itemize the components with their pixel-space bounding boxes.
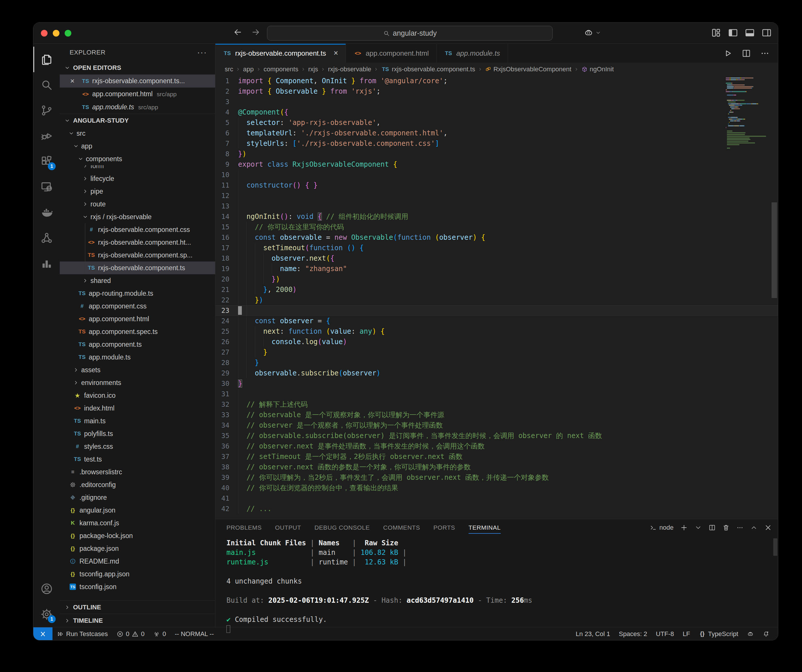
panel-tab-ports[interactable]: PORTS	[433, 519, 455, 536]
play-outline-icon[interactable]	[723, 48, 733, 58]
code-editor[interactable]: 1import { Component, OnInit } from '@ang…	[215, 76, 778, 519]
tree-file-angular.json[interactable]: {}angular.json	[60, 504, 215, 517]
status-item[interactable]: -- NORMAL --	[170, 627, 218, 640]
tree-file-rxjs-observable.component.ht...[interactable]: <>rxjs-observable.component.ht...	[60, 236, 215, 249]
trash-icon[interactable]	[722, 524, 730, 531]
tree-file-favicon.ico[interactable]: ★favicon.ico	[60, 389, 215, 402]
tree-file-README.md[interactable]: README.md	[60, 555, 215, 568]
remote-indicator[interactable]	[33, 627, 52, 640]
terminal-output[interactable]: Initial Chunk Files | Names | Raw Sizema…	[215, 536, 778, 634]
tab-app.module.ts[interactable]: TSapp.module.ts	[437, 44, 508, 63]
breadcrumb-item[interactable]: TSrxjs-observable.component.ts	[381, 66, 475, 73]
arrow-right-icon[interactable]	[251, 27, 261, 37]
tree-folder-lifecycle[interactable]: lifecycle	[60, 172, 215, 185]
status-item[interactable]: 0	[149, 627, 170, 640]
zoom-window-button[interactable]	[65, 30, 71, 37]
section-outline[interactable]: OUTLINE	[60, 600, 215, 614]
activity-chart[interactable]	[33, 251, 60, 276]
minimize-window-button[interactable]	[53, 30, 60, 37]
tab-close-icon[interactable]: ×	[333, 49, 338, 58]
activity-explorer[interactable]	[33, 47, 60, 72]
tree-file-.gitignore[interactable]: .gitignore	[60, 491, 215, 504]
terminal-session[interactable]: node	[650, 524, 674, 531]
tab-rxjs-observable.component.ts[interactable]: TSrxjs-observable.component.ts×	[215, 44, 346, 63]
tree-folder-form[interactable]: form	[60, 165, 215, 172]
breadcrumb-item[interactable]: app	[243, 66, 254, 73]
tree-file-package-lock.json[interactable]: {}package-lock.json	[60, 529, 215, 542]
tree-file-styles.css[interactable]: #styles.css	[60, 440, 215, 453]
tree-file-rxjs-observable.component.sp...[interactable]: TSrxjs-observable.component.sp...	[60, 249, 215, 262]
activity-account[interactable]	[33, 576, 60, 601]
tree-file-.editorconfig[interactable]: .editorconfig	[60, 478, 215, 491]
breadcrumb-item[interactable]: src	[225, 66, 233, 73]
tree-file-polyfills.ts[interactable]: TSpolyfills.ts	[60, 427, 215, 440]
activity-search[interactable]	[33, 72, 60, 98]
section-timeline[interactable]: TIMELINE	[60, 614, 215, 627]
tree-folder-shared[interactable]: shared	[60, 274, 215, 287]
more-icon[interactable]	[736, 524, 744, 531]
breadcrumb-item[interactable]: components	[264, 66, 298, 73]
breadcrumb-item[interactable]: rxjs-observable	[328, 66, 371, 73]
tree-file-main.ts[interactable]: TSmain.ts	[60, 415, 215, 427]
tree-file-app.component.html[interactable]: <>app.component.html	[60, 312, 215, 325]
close-icon[interactable]	[764, 523, 772, 532]
panel-tab-comments[interactable]: COMMENTS	[383, 519, 420, 536]
tree-file-tsconfig.app.json[interactable]: {}tsconfig.app.json	[60, 568, 215, 580]
tree-file-app.module.ts[interactable]: TSapp.module.ts	[60, 351, 215, 363]
activity-extensions[interactable]: 1	[33, 149, 60, 174]
activity-remote-explorer[interactable]	[33, 174, 60, 200]
tree-folder-src[interactable]: src	[60, 127, 215, 140]
panel-tab-problems[interactable]: PROBLEMS	[226, 519, 262, 536]
more-icon[interactable]	[760, 48, 770, 58]
split-editor-icon[interactable]	[708, 524, 716, 531]
layout-grid-icon[interactable]	[711, 27, 722, 38]
activity-live-share[interactable]	[33, 225, 60, 251]
section-project[interactable]: ANGULAR-STUDY	[60, 114, 215, 127]
editor-scrollbar[interactable]	[771, 202, 777, 298]
open-editor-item[interactable]: TSapp.module.tssrc/app	[60, 100, 215, 114]
status-item[interactable]: 00	[112, 627, 149, 640]
breadcrumb-item[interactable]: ngOnInit	[581, 66, 614, 73]
tree-file-rxjs-observable.component.css[interactable]: #rxjs-observable.component.css	[60, 223, 215, 236]
chevron-down-icon[interactable]	[694, 524, 702, 531]
tree-folder-environments[interactable]: environments	[60, 376, 215, 389]
tree-file-app.component.spec.ts[interactable]: TSapp.component.spec.ts	[60, 325, 215, 338]
tree-file-app-routing.module.ts[interactable]: TSapp-routing.module.ts	[60, 287, 215, 300]
split-editor-icon[interactable]	[741, 48, 751, 58]
panel-tab-output[interactable]: OUTPUT	[275, 519, 301, 536]
command-center-search[interactable]: angular-study	[267, 26, 553, 40]
tree-file-index.html[interactable]: <>index.html	[60, 402, 215, 415]
tree-folder-app[interactable]: app	[60, 140, 215, 152]
arrow-left-icon[interactable]	[233, 27, 243, 37]
section-open-editors[interactable]: OPEN EDITORS	[60, 61, 215, 74]
tree-file-rxjs-observable.component.ts[interactable]: TSrxjs-observable.component.ts	[60, 262, 215, 274]
copilot-menu[interactable]	[584, 28, 601, 38]
chevron-up-icon[interactable]	[750, 524, 758, 531]
terminal-scrollbar[interactable]	[773, 538, 777, 556]
layout-sidebar-left-icon[interactable]	[728, 27, 739, 38]
minimap[interactable]	[726, 76, 769, 519]
tree-file-app.component.ts[interactable]: TSapp.component.ts	[60, 338, 215, 351]
tree-file-package.json[interactable]: {}package.json	[60, 542, 215, 555]
tab-app.component.html[interactable]: <>app.component.html	[346, 44, 437, 63]
activity-run-debug[interactable]	[33, 123, 60, 149]
activity-settings[interactable]: 1	[33, 601, 60, 627]
breadcrumb-item[interactable]: RxjsObservableComponent	[485, 66, 571, 73]
open-editor-item[interactable]: ×TSrxjs-observable.component.ts...	[60, 74, 215, 87]
plus-icon[interactable]	[680, 523, 688, 532]
close-editor-icon[interactable]: ×	[70, 76, 78, 86]
tree-file-app.component.css[interactable]: #app.component.css	[60, 300, 215, 312]
breadcrumb-item[interactable]: rxjs	[308, 66, 318, 73]
status-item[interactable]: Run Testcases	[52, 627, 112, 640]
activity-source-control[interactable]	[33, 98, 60, 123]
breadcrumb[interactable]: srcappcomponentsrxjsrxjs-observableTSrxj…	[215, 63, 778, 76]
panel-tab-debug-console[interactable]: DEBUG CONSOLE	[314, 519, 370, 536]
tree-folder-route[interactable]: route	[60, 198, 215, 210]
tree-file-test.ts[interactable]: TStest.ts	[60, 453, 215, 465]
tree-file-.browserslistrc[interactable]: ≡.browserslistrc	[60, 465, 215, 478]
open-editor-item[interactable]: <>app.component.htmlsrc/app	[60, 87, 215, 100]
tree-folder-assets[interactable]: assets	[60, 363, 215, 376]
tree-folder-pipe[interactable]: pipe	[60, 185, 215, 198]
activity-docker[interactable]	[33, 200, 60, 225]
panel-tab-terminal[interactable]: TERMINAL	[469, 519, 501, 536]
